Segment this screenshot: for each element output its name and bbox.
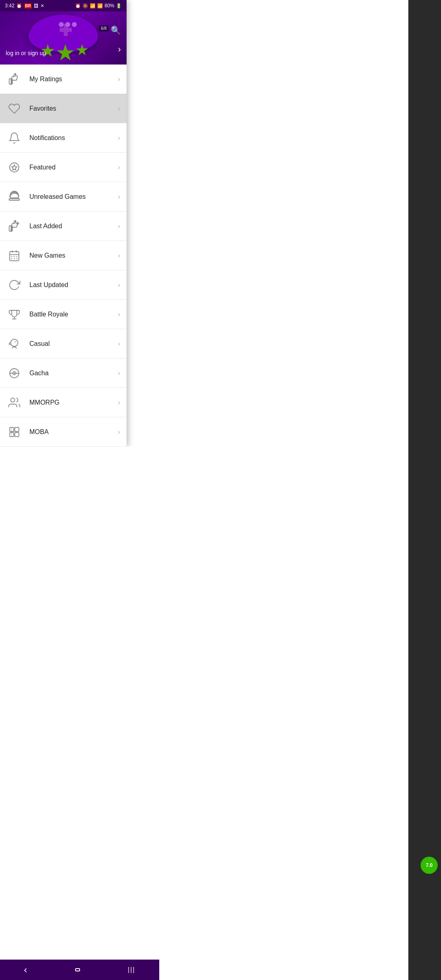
- stars-decoration: [41, 44, 88, 62]
- featured-arrow: ›: [118, 164, 120, 171]
- gacha-arrow: ›: [118, 370, 120, 377]
- svg-rect-0: [11, 78, 13, 84]
- trophy-icon: [7, 307, 22, 322]
- slide-indicator: 6/8: [99, 25, 109, 31]
- sidebar-item-new-games[interactable]: New Games ›: [0, 241, 127, 270]
- battery-icon: 🔋: [116, 3, 122, 9]
- alarm-icon2: ⏰: [75, 3, 81, 9]
- unreleased-games-label: Unreleased Games: [29, 193, 115, 200]
- battle-royale-label: Battle Royale: [29, 311, 115, 318]
- last-updated-label: Last Updated: [29, 281, 115, 289]
- gacha-label: Gacha: [29, 370, 115, 377]
- thumbs-up-icon: [7, 71, 22, 87]
- signal-icon: 📶: [97, 3, 103, 9]
- favorites-label: Favorites: [29, 105, 115, 112]
- search-icon[interactable]: 🔍: [111, 25, 121, 35]
- refresh-icon: [7, 277, 22, 293]
- mmorpg-label: MMORPG: [29, 399, 115, 406]
- svg-point-19: [13, 372, 15, 374]
- casual-label: Casual: [29, 340, 115, 347]
- notifications-arrow: ›: [118, 134, 120, 142]
- mute-icon: 🔕: [82, 3, 88, 9]
- sidebar-item-my-ratings[interactable]: My Ratings ›: [0, 65, 127, 94]
- login-text[interactable]: log in or sign up: [6, 50, 46, 56]
- alarm-icon: ⏰: [16, 3, 22, 9]
- hard-hat-icon: [7, 189, 22, 205]
- battery-text: 80%: [105, 3, 114, 9]
- sidebar-item-last-updated[interactable]: Last Updated ›: [0, 270, 127, 300]
- svg-rect-22: [15, 427, 19, 431]
- sidebar-item-notifications[interactable]: Notifications ›: [0, 123, 127, 153]
- svg-point-20: [11, 398, 15, 402]
- featured-label: Featured: [29, 164, 115, 171]
- sidebar-item-unreleased-games[interactable]: Unreleased Games ›: [0, 182, 127, 212]
- my-ratings-label: My Ratings: [29, 76, 115, 83]
- notifications-label: Notifications: [29, 134, 115, 142]
- bird-icon: [7, 336, 22, 352]
- mmorpg-arrow: ›: [118, 399, 120, 406]
- menu-list: My Ratings › Favorites ›: [0, 65, 127, 447]
- star-2: [56, 44, 74, 62]
- drawer-container: 3:42 ⏰ BR 🖼 ✕ ⏰ 🔕 📶 📶 80% 🔋: [0, 0, 127, 447]
- sidebar-item-moba[interactable]: MOBA ›: [0, 417, 127, 447]
- casual-arrow: ›: [118, 340, 120, 347]
- moba-arrow: ›: [118, 428, 120, 436]
- action-buttons: [59, 22, 77, 27]
- br-icon: BR: [24, 3, 31, 9]
- sidebar-item-featured[interactable]: Featured ›: [0, 153, 127, 182]
- status-left: 3:42 ⏰ BR 🖼 ✕: [5, 3, 44, 9]
- svg-point-15: [15, 341, 16, 342]
- heart-icon: [7, 101, 22, 116]
- my-ratings-arrow: ›: [118, 76, 120, 83]
- image-icon: 🖼: [34, 3, 38, 8]
- bell-icon: [7, 130, 22, 146]
- sidebar-item-casual[interactable]: Casual ›: [0, 329, 127, 359]
- status-right: ⏰ 🔕 📶 📶 80% 🔋: [75, 3, 122, 9]
- last-updated-arrow: ›: [118, 281, 120, 289]
- svg-rect-3: [11, 225, 13, 231]
- sidebar-item-battle-royale[interactable]: Battle Royale ›: [0, 300, 127, 329]
- close-icon: ✕: [40, 3, 44, 9]
- moba-label: MOBA: [29, 428, 115, 436]
- new-games-label: New Games: [29, 252, 115, 259]
- moba-icon: [7, 424, 22, 440]
- unreleased-games-arrow: ›: [118, 193, 120, 200]
- sidebar-item-gacha[interactable]: Gacha ›: [0, 359, 127, 388]
- sidebar-item-favorites[interactable]: Favorites ›: [0, 94, 127, 123]
- time: 3:42: [5, 3, 14, 9]
- header-banner[interactable]: log in or sign up › 🔍 6/8: [0, 11, 127, 65]
- star-3: [76, 44, 88, 56]
- battle-royale-arrow: ›: [118, 311, 120, 318]
- favorites-arrow: ›: [118, 105, 120, 112]
- last-added-label: Last Added: [29, 223, 115, 230]
- sidebar-item-mmorpg[interactable]: MMORPG ›: [0, 388, 127, 417]
- thumbs-up-plus-icon: [7, 218, 22, 234]
- banner-chevron-right[interactable]: ›: [118, 44, 121, 55]
- last-added-arrow: ›: [118, 223, 120, 230]
- wifi-icon: 📶: [90, 3, 96, 9]
- svg-rect-24: [15, 432, 19, 437]
- calendar-icon: [7, 248, 22, 263]
- group-icon: [7, 395, 22, 410]
- new-games-arrow: ›: [118, 252, 120, 259]
- sidebar-item-last-added[interactable]: Last Added ›: [0, 212, 127, 241]
- star-badge-icon: [7, 160, 22, 175]
- status-bar: 3:42 ⏰ BR 🖼 ✕ ⏰ 🔕 📶 📶 80% 🔋: [0, 0, 127, 11]
- pokeball-icon: [7, 365, 22, 381]
